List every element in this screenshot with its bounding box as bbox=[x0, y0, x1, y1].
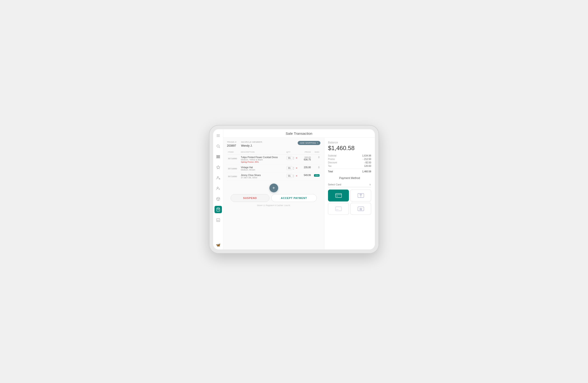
svg-marker-10 bbox=[216, 165, 220, 169]
payment-title: Payment Method bbox=[328, 176, 371, 180]
balance-label: Balance bbox=[328, 141, 371, 144]
summary-divider bbox=[328, 169, 371, 169]
star-card-button[interactable] bbox=[350, 203, 371, 215]
qty-down-arrow[interactable]: ▼ bbox=[293, 176, 294, 178]
discount-value: - 82.50 bbox=[364, 161, 371, 164]
disc-cell: 15% bbox=[312, 172, 320, 180]
qty-up-arrow[interactable]: ▲ bbox=[293, 166, 294, 168]
promo-value: - 212.50 bbox=[363, 158, 371, 160]
svg-line-13 bbox=[220, 179, 220, 179]
dashed-card-icon bbox=[335, 207, 342, 211]
svg-rect-23 bbox=[335, 193, 341, 198]
footer-info: Store# 11 Register# 9 Cashier: Lisa M. bbox=[227, 204, 320, 208]
qty-value: 01 bbox=[286, 174, 292, 178]
sidebar-item-person-search[interactable] bbox=[214, 174, 222, 182]
sidebar: 🦋 bbox=[213, 129, 223, 249]
svg-marker-31 bbox=[359, 208, 362, 210]
remove-item-button[interactable]: ✕ bbox=[295, 175, 298, 177]
sidebar-item-box[interactable] bbox=[214, 195, 222, 203]
item-number: 35716890 bbox=[228, 175, 237, 178]
add-shipping-button[interactable]: ADD SHIPPING + bbox=[298, 141, 320, 145]
svg-point-3 bbox=[217, 145, 219, 147]
add-item-button[interactable]: + bbox=[270, 184, 278, 192]
payment-section: Payment Method Select Card ∨ bbox=[328, 176, 371, 215]
accept-payment-button[interactable]: ACCEPT PAYMENT bbox=[271, 194, 317, 202]
qty-down-arrow[interactable]: ▼ bbox=[293, 168, 294, 170]
item-sub: Medium, Yellow & Black bbox=[241, 159, 284, 161]
qty-up-arrow[interactable]: ▲ bbox=[293, 174, 294, 176]
item-number: 35716890 bbox=[228, 168, 237, 170]
col-price: PRICE bbox=[301, 150, 312, 155]
select-card-dropdown[interactable]: Select Card ∨ bbox=[328, 182, 371, 187]
price-discounted: 235.00 bbox=[302, 166, 311, 169]
remove-item-button[interactable]: ✕ bbox=[295, 157, 298, 159]
qty-arrows[interactable]: ▲ ▼ bbox=[293, 174, 294, 178]
svg-rect-9 bbox=[219, 155, 220, 158]
right-panel: Balance $1,460.58 Subtotal 1,634.98 Prom… bbox=[324, 138, 375, 249]
qty-value: 01 bbox=[286, 156, 292, 160]
svg-rect-5 bbox=[216, 155, 217, 158]
sidebar-item-barcode[interactable] bbox=[214, 153, 222, 160]
qty-control: 01 ▲ ▼ ✕ bbox=[286, 156, 300, 160]
svg-rect-6 bbox=[217, 155, 217, 158]
tax-label: Tax bbox=[328, 165, 332, 167]
col-disc: DISC bbox=[312, 150, 320, 155]
col-item: ITEM# bbox=[227, 150, 240, 155]
trans-value: 203897 bbox=[227, 144, 237, 147]
trans-field: Trans # 203897 bbox=[227, 141, 237, 147]
subtotal-label: Subtotal bbox=[328, 154, 336, 157]
qty-arrows[interactable]: ▲ ▼ bbox=[293, 156, 294, 160]
price-cell: 849.99 636.75 bbox=[301, 154, 312, 165]
subtotal-value: 1,634.98 bbox=[362, 154, 371, 157]
svg-point-11 bbox=[217, 176, 218, 178]
item-sub: Medium, Brown bbox=[241, 169, 284, 171]
svg-rect-30 bbox=[358, 207, 364, 211]
scene: 🦋 Sale Transaction Trans # 203897 bbox=[191, 118, 397, 265]
transaction-info: Trans # 203897 InCircle Member: Wendy J.… bbox=[227, 141, 320, 147]
item-desc: Tulips Printed Flower Cocktail Dress bbox=[241, 156, 284, 159]
svg-rect-28 bbox=[335, 207, 341, 211]
credit-card-icon bbox=[335, 193, 342, 198]
main-content: Sale Transaction Trans # 203897 InCircle bbox=[223, 129, 375, 249]
table-row: 35716890 Tulips Printed Flower Cocktail … bbox=[227, 154, 320, 165]
gift-card-icon bbox=[358, 193, 364, 198]
tax-value: 120.60 bbox=[364, 165, 371, 167]
remove-item-button[interactable]: ✕ bbox=[295, 167, 298, 169]
item-desc: Vintage Hat bbox=[241, 166, 284, 169]
sidebar-item-search[interactable] bbox=[214, 142, 222, 150]
qty-value: 01 bbox=[286, 166, 292, 170]
gift-card-button[interactable] bbox=[350, 190, 371, 201]
item-number: 35716890 bbox=[228, 157, 237, 160]
sidebar-item-reports[interactable] bbox=[214, 216, 222, 224]
chevron-down-icon: ∨ bbox=[369, 183, 371, 186]
payment-methods-grid bbox=[328, 190, 371, 215]
summary-row-discount: Discount - 82.50 bbox=[328, 161, 371, 164]
trans-label: Trans # bbox=[227, 141, 237, 143]
price-discounted: 549.99 bbox=[302, 174, 311, 176]
summary-row-promo: Promo - 212.50 bbox=[328, 157, 371, 161]
disc-cell: 0 bbox=[312, 154, 320, 165]
credit-card-button[interactable] bbox=[328, 190, 349, 201]
summary-row-tax: Tax 120.60 bbox=[328, 164, 371, 168]
svg-point-12 bbox=[219, 178, 220, 179]
content-split: Trans # 203897 InCircle Member: Wendy J.… bbox=[223, 138, 375, 249]
total-value: 1,460.58 bbox=[362, 170, 371, 173]
sidebar-item-menu[interactable] bbox=[214, 132, 222, 139]
qty-arrows[interactable]: ▲ ▼ bbox=[293, 166, 294, 170]
qty-up-arrow[interactable]: ▲ bbox=[293, 156, 294, 158]
sidebar-item-cart[interactable] bbox=[214, 206, 222, 213]
qty-down-arrow[interactable]: ▼ bbox=[293, 158, 294, 160]
suspend-button[interactable]: SUSPEND bbox=[231, 194, 270, 202]
svg-line-4 bbox=[219, 147, 220, 148]
price-cell: 235.00 bbox=[301, 165, 312, 172]
sidebar-item-person-add[interactable] bbox=[214, 185, 222, 192]
dashed-card-button[interactable] bbox=[328, 203, 349, 215]
sidebar-item-star[interactable] bbox=[214, 164, 222, 171]
qty-control: 01 ▲ ▼ ✕ bbox=[286, 166, 300, 170]
summary-row-total: Total 1,460.58 bbox=[328, 170, 371, 173]
disc-value: 0 bbox=[318, 156, 319, 159]
sidebar-butterfly: 🦋 bbox=[216, 243, 220, 247]
total-label: Total bbox=[328, 170, 333, 173]
page-title: Sale Transaction bbox=[286, 132, 313, 135]
table-row: 35716890 Jimmy Choo Shoes 37.5B/7.5B, Si… bbox=[227, 172, 320, 180]
